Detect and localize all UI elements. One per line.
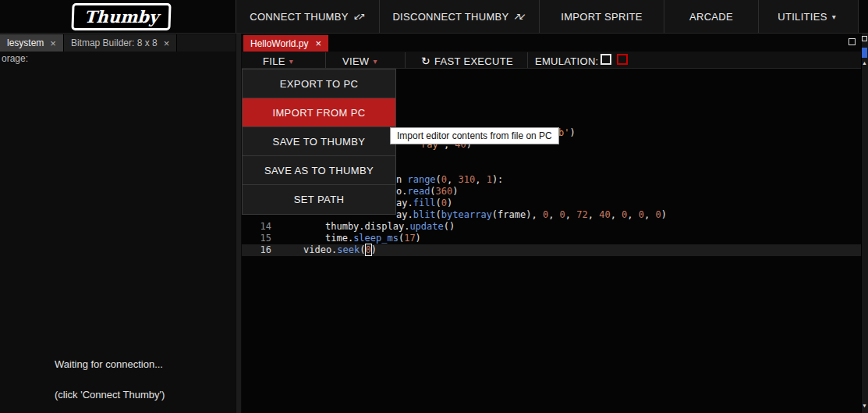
code-token: ,: [447, 174, 458, 185]
code-token: ):: [492, 174, 503, 185]
file-menu-item-save-as-to-thumby[interactable]: SAVE AS TO THUMBY: [243, 156, 395, 185]
code-token: 0: [639, 209, 644, 220]
fast-execute-button[interactable]: ↻ FAST EXECUTE: [421, 53, 513, 69]
code-token: 0: [655, 209, 661, 220]
scroll-down-icon[interactable]: ▼: [861, 403, 868, 409]
caret-down-icon: ▾: [832, 12, 836, 21]
file-menu-item-import-from-pc[interactable]: IMPORT FROM PC: [243, 98, 395, 127]
code-token: (: [360, 244, 365, 255]
code-token: ): [569, 127, 575, 138]
connection-status-text: Waiting for connection...: [55, 358, 163, 370]
code-token: video.: [303, 244, 337, 255]
toolbar-separator: [527, 52, 528, 68]
editor-scrollbar[interactable]: [861, 34, 868, 413]
code-token: update: [409, 221, 443, 232]
code-token: (: [436, 209, 441, 220]
code-token: range: [407, 174, 435, 185]
gutter-line-16[interactable]: 16: [242, 244, 271, 256]
code-token: 17: [404, 233, 415, 244]
file-menu-item-save-to-thumby[interactable]: SAVE TO THUMBY: [243, 127, 395, 156]
code-token: ): [661, 209, 667, 220]
disconnect-arrows-icon: ↗↙: [513, 11, 523, 22]
close-icon[interactable]: ×: [164, 37, 170, 49]
top-menu: CONNECT THUMBY↙↗DISCONNECT THUMBY↗↙IMPOR…: [236, 0, 859, 33]
refresh-icon: ↻: [421, 55, 430, 67]
file-dropdown-menu: EXPORT TO PCIMPORT FROM PCSAVE TO THUMBY…: [242, 69, 396, 215]
code-line-13[interactable]: ay.blit(bytearray(frame), 0, 0, 72, 40, …: [396, 209, 667, 221]
code-token: time.: [325, 233, 353, 244]
thumby-logo: Thumby: [71, 3, 172, 30]
scrollbar-thumb[interactable]: [862, 48, 867, 58]
menu-import-sprite-button[interactable]: IMPORT SPRITE: [539, 0, 664, 33]
code-token: thumby.display.: [325, 221, 409, 232]
code-line-6[interactable]: b'): [558, 127, 576, 139]
code-token: 72: [576, 209, 587, 220]
storage-label: orage:: [2, 53, 28, 64]
toolbar-separator: [325, 52, 326, 68]
menu-connect-thumby-button[interactable]: CONNECT THUMBY↙↗: [236, 0, 379, 33]
code-token: 40: [599, 209, 610, 220]
tab-label: lesystem: [7, 37, 44, 48]
code-token: (): [444, 221, 455, 232]
code-line-12[interactable]: ay.fill(0): [396, 198, 452, 209]
code-line-11[interactable]: o.read(360): [396, 186, 459, 198]
code-token: ,: [475, 174, 486, 185]
window-icon[interactable]: [862, 36, 867, 41]
view-menu-button[interactable]: VIEW ▾: [342, 53, 377, 69]
code-line-14[interactable]: thumby.display.update(): [325, 221, 455, 233]
code-token: b': [558, 127, 569, 138]
editor-tab-label: HelloWorld.py: [250, 38, 308, 49]
popout-icon[interactable]: [849, 38, 856, 45]
menu-label: DISCONNECT THUMBY: [392, 11, 508, 23]
code-token: 360: [436, 186, 453, 197]
left-tab-filesystem[interactable]: lesystem×: [0, 34, 64, 52]
code-token: 0: [441, 198, 447, 208]
close-icon[interactable]: ×: [315, 37, 321, 49]
code-token: 0: [441, 174, 447, 185]
file-menu-label: FILE: [263, 55, 285, 67]
code-token: fill: [413, 198, 436, 208]
code-line-10[interactable]: n range(0, 310, 1):: [396, 174, 503, 186]
menu-utilities-button[interactable]: UTILITIES▾: [758, 0, 859, 33]
menu-label: UTILITIES: [778, 11, 827, 23]
file-menu-item-export-to-pc[interactable]: EXPORT TO PC: [243, 69, 395, 98]
menu-label: CONNECT THUMBY: [250, 11, 349, 23]
code-token: (frame),: [492, 209, 543, 220]
gutter-line-14[interactable]: 14: [242, 221, 271, 233]
code-token: 310: [459, 174, 476, 185]
code-token: ,: [565, 209, 576, 220]
code-token: read: [407, 186, 430, 197]
panel-resize-divider[interactable]: [236, 34, 242, 413]
code-token: ay.: [396, 198, 413, 208]
code-token: bytearray: [441, 209, 492, 220]
thumby-code-editor-window: Thumby CONNECT THUMBY↙↗DISCONNECT THUMBY…: [0, 0, 868, 413]
caret-down-icon: ▾: [289, 57, 293, 66]
code-line-15[interactable]: time.sleep_ms(17): [325, 233, 421, 244]
code-line-16[interactable]: video.seek(0): [303, 244, 377, 256]
editor-tab-helloworld[interactable]: HelloWorld.py ×: [243, 35, 328, 52]
code-token: 0: [560, 209, 565, 220]
code-token: blit: [413, 209, 436, 220]
file-menu-item-set-path[interactable]: SET PATH: [243, 185, 395, 214]
file-menu-button[interactable]: FILE ▾: [263, 53, 293, 69]
close-icon[interactable]: ×: [50, 37, 56, 49]
emulation-label: EMULATION:: [535, 53, 599, 69]
toolbar-separator: [405, 52, 406, 68]
code-token: (: [430, 186, 435, 197]
top-menu-bar: Thumby CONNECT THUMBY↙↗DISCONNECT THUMBY…: [0, 0, 868, 34]
code-token: ay.: [396, 209, 413, 220]
emulation-checkbox-white[interactable]: [601, 54, 611, 65]
menu-disconnect-thumby-button[interactable]: DISCONNECT THUMBY↗↙: [379, 0, 539, 33]
code-token: ): [371, 244, 377, 255]
left-panel: lesystem×Bitmap Builder: 8 x 8× orage: W…: [0, 34, 236, 413]
left-tab-bitmap-builder[interactable]: Bitmap Builder: 8 x 8×: [64, 34, 177, 52]
scroll-up-icon[interactable]: ▲: [861, 60, 868, 66]
menu-label: IMPORT SPRITE: [561, 11, 643, 23]
gutter-line-15[interactable]: 15: [242, 233, 271, 244]
emulation-checkbox-red[interactable]: [617, 54, 628, 65]
code-token: ,: [588, 209, 599, 220]
menu-arcade-button[interactable]: ARCADE: [664, 0, 758, 33]
code-token: ,: [627, 209, 638, 220]
code-token: 1: [487, 174, 492, 185]
tab-label: Bitmap Builder: 8 x 8: [71, 37, 158, 48]
